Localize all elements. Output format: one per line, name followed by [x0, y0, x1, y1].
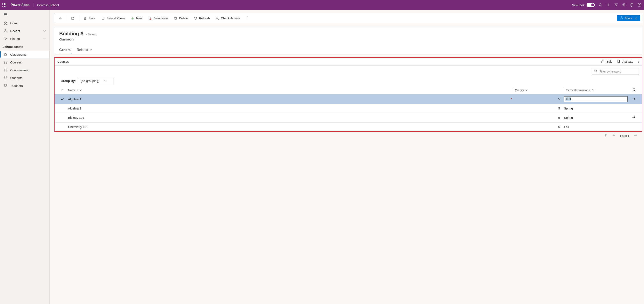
save-button[interactable]: Save	[80, 15, 98, 22]
column-credits[interactable]: Credits	[513, 88, 564, 92]
sidebar-item-coursewares[interactable]: Coursewares	[0, 66, 50, 74]
open-new-window-button[interactable]	[68, 15, 77, 22]
check-access-label: Check Access	[221, 17, 240, 20]
share-button[interactable]: Share	[617, 15, 640, 21]
sidebar-item-teachers[interactable]: Teachers	[0, 82, 50, 90]
toggle-switch-icon[interactable]	[586, 3, 595, 7]
sidebar-item-label: Students	[10, 76, 22, 80]
cell-semester: Spring	[564, 107, 573, 110]
groupby-value: (no grouping)	[81, 79, 99, 83]
chevron-down-icon	[43, 29, 46, 33]
filter-icon[interactable]	[614, 3, 618, 7]
deactivate-icon	[148, 17, 152, 20]
column-semester[interactable]: Semester available	[564, 88, 628, 92]
pager-next-button[interactable]	[634, 134, 637, 138]
open-record-icon[interactable]	[632, 116, 636, 120]
save-label: Save	[88, 17, 95, 20]
check-access-button[interactable]: Check Access	[213, 15, 243, 22]
pin-icon	[4, 37, 8, 41]
svg-line-35	[596, 71, 597, 72]
cell-name: Algebra 1	[68, 97, 81, 101]
clock-icon	[4, 29, 8, 33]
filter-input-wrap[interactable]	[592, 68, 639, 75]
column-label: Credits	[515, 89, 524, 92]
cell-name: Biology 101	[68, 116, 84, 119]
select-all-checkbox[interactable]	[61, 88, 67, 92]
sidebar-home-label: Home	[10, 21, 18, 25]
save-close-button[interactable]: Save & Close	[99, 15, 128, 22]
more-commands-button[interactable]	[245, 15, 249, 22]
tab-label: Related	[77, 48, 88, 52]
subgrid-title: Courses	[58, 60, 69, 63]
activate-button[interactable]: Activate	[617, 59, 633, 64]
puzzle-icon	[4, 76, 8, 80]
sidebar-pinned[interactable]: Pinned	[0, 35, 50, 43]
svg-rect-36	[634, 90, 634, 91]
sidebar-item-courses[interactable]: Courses	[0, 58, 50, 66]
new-button[interactable]: New	[128, 15, 145, 22]
semester-edit-cell[interactable]: Fall	[564, 96, 628, 102]
record-entity: Classroom	[59, 38, 637, 41]
hamburger-icon[interactable]	[0, 11, 50, 19]
plus-icon	[131, 17, 134, 20]
svg-rect-17	[84, 19, 86, 20]
cell-semester: Fall	[564, 125, 569, 128]
help-icon[interactable]	[630, 3, 634, 7]
sidebar-recent[interactable]: Recent	[0, 27, 50, 35]
open-record-icon[interactable]	[632, 98, 636, 101]
refresh-label: Refresh	[199, 17, 210, 20]
edit-button[interactable]: Edit	[601, 59, 612, 64]
svg-point-26	[216, 18, 217, 18]
popout-icon	[71, 17, 75, 20]
svg-rect-16	[84, 17, 86, 18]
new-look-label: New look	[572, 3, 584, 7]
svg-line-15	[73, 17, 74, 18]
pencil-icon	[601, 59, 604, 64]
deactivate-button[interactable]: Deactivate	[146, 15, 170, 22]
chevron-down-icon	[635, 17, 637, 20]
table-row[interactable]: Biology 101 5 Spring	[54, 113, 642, 123]
sidebar-home[interactable]: Home	[0, 19, 50, 27]
svg-line-21	[150, 19, 151, 20]
table-row[interactable]: Algebra 2 5 Spring	[54, 104, 642, 113]
assistant-icon[interactable]	[638, 3, 642, 7]
sort-asc-icon: ↑	[77, 89, 78, 92]
home-icon	[4, 21, 8, 25]
tab-general[interactable]: General	[59, 46, 72, 54]
filter-input[interactable]	[600, 70, 637, 73]
edit-label: Edit	[606, 60, 612, 63]
search-icon	[594, 69, 598, 73]
trash-icon	[174, 17, 178, 20]
subgrid-more-button[interactable]	[638, 60, 639, 63]
pager-first-button[interactable]	[604, 134, 608, 138]
cell-semester: Spring	[564, 116, 573, 119]
gear-icon[interactable]	[622, 3, 626, 7]
refresh-button[interactable]: Refresh	[191, 15, 212, 22]
save-column[interactable]	[628, 88, 636, 92]
delete-button[interactable]: Delete	[171, 15, 190, 22]
svg-point-27	[247, 17, 248, 17]
search-icon[interactable]	[598, 3, 602, 7]
row-checkbox[interactable]	[61, 98, 67, 101]
save-close-icon	[101, 17, 105, 20]
activate-label: Activate	[622, 60, 633, 63]
table-row[interactable]: Chemistry 101 5 Fall	[54, 123, 642, 131]
chevron-down-icon	[525, 89, 528, 92]
tab-related[interactable]: Related	[77, 46, 92, 54]
sidebar-item-classrooms[interactable]: Classrooms	[0, 51, 50, 58]
waffle-icon[interactable]	[2, 3, 6, 7]
column-label: Semester available	[566, 89, 591, 92]
plus-icon[interactable]	[606, 3, 610, 7]
groupby-dropdown[interactable]: (no grouping)	[78, 78, 113, 84]
refresh-icon	[194, 17, 197, 20]
pager-page-label: Page 1	[620, 134, 629, 137]
sidebar-item-students[interactable]: Students	[0, 74, 50, 82]
arrow-left-icon	[59, 17, 62, 20]
back-button[interactable]	[56, 15, 65, 22]
record-tabs: General Related	[59, 46, 637, 54]
new-look-toggle[interactable]: New look	[572, 3, 595, 7]
table-row[interactable]: Algebra 1 *5 Fall	[54, 94, 642, 104]
cell-credits: 5	[558, 107, 560, 110]
pager-prev-button[interactable]	[612, 134, 616, 138]
column-name[interactable]: Name↑	[67, 88, 513, 92]
